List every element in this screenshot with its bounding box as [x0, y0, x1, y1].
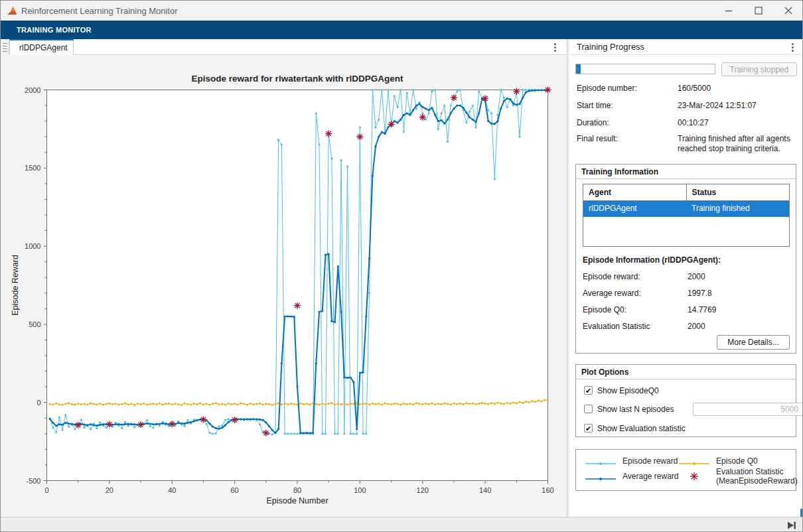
show-evaluation-checkbox[interactable]: ✔ — [584, 424, 593, 432]
svg-text:Episode Reward: Episode Reward — [11, 255, 20, 316]
episode-q0-value: 14.7769 — [688, 305, 716, 314]
plot-options-panel: Plot Options ✔ Show EpisodeQ0 Show last … — [575, 364, 796, 437]
progress-fill — [576, 64, 581, 74]
close-button[interactable] — [773, 1, 803, 21]
matlab-logo-icon — [7, 6, 18, 18]
training-progress-header: Training Progress — [569, 39, 803, 55]
svg-text:60: 60 — [231, 486, 239, 494]
training-stopped-button[interactable]: Training stopped — [721, 62, 797, 76]
scrollbar-thumb[interactable] — [800, 509, 803, 517]
tab-rlddpgagent[interactable]: rlDDPGAgent — [9, 39, 74, 55]
reward-chart: -500050010001500200002040608010012014016… — [1, 55, 567, 517]
training-progress-bar — [575, 64, 715, 74]
episode-reward-value: 2000 — [688, 272, 705, 281]
final-result-label: Final result: — [577, 134, 618, 143]
svg-text:40: 40 — [168, 486, 176, 494]
show-episodeq0-label: Show EpisodeQ0 — [597, 386, 659, 395]
legend-label: Episode Q0 — [716, 456, 803, 466]
svg-text:1000: 1000 — [25, 242, 40, 250]
maximize-button[interactable] — [743, 1, 773, 21]
legend-panel: Episode reward Average reward Episode Q0… — [575, 449, 796, 491]
app-window: Reinforcement Learning Training Monitor … — [0, 0, 803, 532]
skip-to-end-icon[interactable] — [785, 519, 798, 531]
training-progress-title: Training Progress — [577, 42, 644, 52]
final-result-value: Training finished after all agents reach… — [678, 134, 798, 154]
svg-text:160: 160 — [542, 486, 553, 494]
table-row[interactable]: rlDDPGAgent Training finished — [583, 201, 789, 217]
start-time-label: Start time: — [577, 101, 613, 110]
average-reward-line-icon — [585, 473, 616, 485]
progress-panel-menu-icon[interactable] — [787, 39, 798, 55]
status-bar — [1, 517, 803, 532]
duration-value: 00:10:27 — [678, 118, 709, 127]
agent-column-header[interactable]: Agent — [583, 184, 686, 200]
svg-text:2000: 2000 — [25, 86, 40, 94]
svg-text:-500: -500 — [26, 477, 40, 485]
show-episodeq0-checkbox[interactable]: ✔ — [584, 386, 593, 395]
chart-panel-menu-icon[interactable] — [549, 39, 560, 55]
more-details-button[interactable]: More Details... — [717, 335, 790, 350]
svg-text:Episode reward for rlwatertank: Episode reward for rlwatertank with rlDD… — [192, 74, 403, 84]
agent-status-table: Agent Status rlDDPGAgent Training finish… — [583, 184, 790, 247]
panel-separator — [576, 178, 796, 179]
show-evaluation-label: Show Evaluation statistic — [597, 424, 686, 433]
svg-text:500: 500 — [29, 320, 40, 328]
title-bar: Reinforcement Learning Training Monitor — [1, 1, 803, 21]
drag-grip-icon[interactable] — [1, 39, 9, 55]
episode-q0-line-icon — [679, 458, 709, 470]
last-n-episodes-input[interactable] — [693, 403, 803, 416]
svg-text:80: 80 — [293, 486, 301, 494]
right-panel: Training stopped Episode number: 160/500… — [569, 55, 803, 517]
minimize-button[interactable] — [713, 1, 743, 21]
ribbon-tab-label[interactable]: TRAINING MONITOR — [17, 26, 92, 34]
svg-text:20: 20 — [106, 486, 113, 494]
window-title: Reinforcement Learning Training Monitor — [21, 6, 178, 16]
svg-text:0: 0 — [36, 399, 40, 407]
table-header-row: Agent Status — [583, 184, 789, 201]
episode-reward-label: Episode reward: — [583, 272, 640, 281]
duration-label: Duration: — [577, 118, 609, 127]
svg-text:Episode Number: Episode Number — [266, 496, 328, 505]
average-reward-label: Average reward: — [583, 289, 641, 298]
svg-text:0: 0 — [44, 486, 48, 494]
episode-reward-line-icon — [585, 458, 616, 470]
svg-text:140: 140 — [479, 486, 491, 494]
agent-cell: rlDDPGAgent — [583, 201, 686, 217]
legend-label: Average reward — [622, 472, 719, 481]
training-chart-figure: -500050010001500200002040608010012014016… — [1, 55, 567, 517]
evaluation-statistic-label: Evaluation Statistic — [583, 322, 650, 331]
svg-text:1500: 1500 — [25, 164, 40, 172]
episode-information-title: Episode Information (rlDDPGAgent): — [583, 255, 721, 265]
legend-label: Evaluation Statistic (MeanEpisodeReward) — [716, 467, 803, 486]
svg-text:120: 120 — [417, 486, 429, 494]
episode-q0-label: Episode Q0: — [583, 305, 626, 314]
svg-text:100: 100 — [354, 486, 366, 494]
status-column-header[interactable]: Status — [686, 184, 790, 200]
evaluation-statistic-value: 2000 — [688, 322, 705, 331]
tab-label: rlDDPGAgent — [19, 43, 68, 52]
show-last-n-label: Show last N episodes — [597, 405, 674, 414]
toolstrip-ribbon: TRAINING MONITOR — [1, 21, 803, 39]
status-cell: Training finished — [686, 201, 789, 217]
average-reward-value: 1997.8 — [688, 289, 712, 298]
evaluation-asterisk-icon — [690, 472, 699, 484]
show-last-n-checkbox[interactable] — [584, 405, 593, 413]
episode-number-value: 160/5000 — [678, 84, 711, 93]
document-tab-strip: rlDDPGAgent — [1, 39, 567, 55]
episode-number-label: Episode number: — [577, 84, 637, 93]
training-information-panel: Training Information Agent Status rlDDPG… — [575, 164, 796, 354]
start-time-value: 23-Mar-2024 12:51:07 — [678, 101, 757, 110]
plot-options-title: Plot Options — [581, 367, 628, 377]
training-information-title: Training Information — [581, 167, 658, 176]
panel-separator — [576, 379, 796, 379]
